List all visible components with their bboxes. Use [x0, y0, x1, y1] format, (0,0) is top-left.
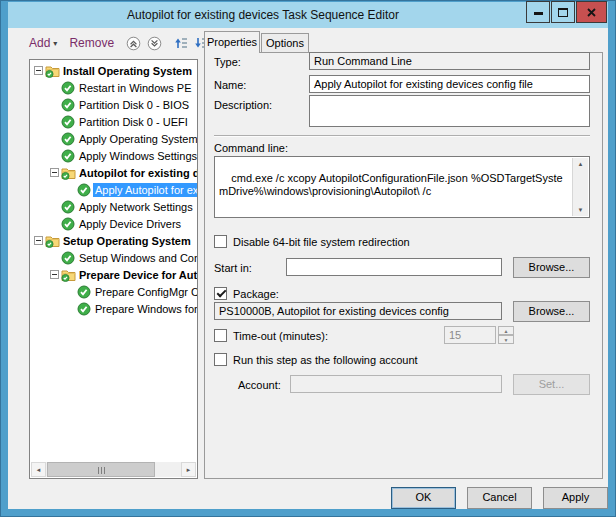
add-button-label: Add [29, 36, 50, 50]
task-sequence-tree: Install Operating System Restart in Wind… [29, 59, 198, 479]
set-account-button[interactable]: Set... [513, 374, 590, 395]
command-line-input[interactable]: cmd.exe /c xcopy AutopilotConfigurationF… [214, 156, 590, 218]
tree-horizontal-scrollbar[interactable]: ◄ ► [31, 462, 196, 477]
disable-redirection-label[interactable]: Disable 64-bit file system redirection [233, 236, 410, 248]
tree-item[interactable]: Restart in Windows PE [30, 79, 197, 96]
chevron-up-circle-icon [126, 36, 141, 51]
scrollbar-thumb[interactable] [47, 462, 155, 477]
tree-item-label: Apply Operating System [77, 132, 197, 146]
tree-item[interactable]: Partition Disk 0 - UEFI [30, 113, 197, 130]
move-down-button[interactable] [147, 36, 162, 51]
apply-button[interactable]: Apply [543, 487, 608, 509]
tree-item[interactable]: Apply Windows Settings [30, 147, 197, 164]
step-check-icon [61, 199, 77, 214]
tree-item[interactable]: Apply Device Drivers [30, 215, 197, 232]
tree-item[interactable]: Setup Operating System [30, 232, 197, 249]
footer: OK Cancel Apply [1, 487, 615, 509]
name-input[interactable]: Apply Autopilot for existing devices con… [309, 75, 590, 93]
task-sequence-editor-window: Autopilot for existing devices Task Sequ… [0, 0, 616, 517]
timeout-label[interactable]: Time-out (minutes): [233, 330, 328, 342]
move-up-button[interactable] [126, 36, 141, 51]
cancel-button[interactable]: Cancel [467, 487, 532, 509]
add-button[interactable]: Add ▾ [29, 36, 57, 50]
tree-item-label: Apply Autopilot for existing devices con… [93, 183, 197, 197]
group-folder-icon [61, 165, 77, 180]
section-divider [214, 135, 590, 137]
spin-up-icon[interactable]: ▲ [498, 326, 514, 335]
close-button[interactable] [576, 1, 607, 23]
step-check-icon [61, 80, 77, 95]
tree-item-label: Partition Disk 0 - BIOS [77, 98, 197, 112]
group-folder-icon [45, 233, 61, 248]
description-input[interactable] [309, 95, 590, 127]
tree-item[interactable]: Partition Disk 0 - BIOS [30, 96, 197, 113]
promote-item-button[interactable] [174, 36, 188, 50]
step-check-icon [61, 97, 77, 112]
package-checkbox[interactable] [214, 287, 227, 300]
minimize-button[interactable] [526, 1, 550, 23]
tree-item[interactable]: Apply Autopilot for existing devices con… [30, 181, 197, 198]
ok-button[interactable]: OK [391, 487, 456, 509]
package-label[interactable]: Package: [233, 288, 279, 300]
start-in-input[interactable] [286, 258, 502, 276]
command-line-text: cmd.exe /c xcopy AutopilotConfigurationF… [219, 172, 563, 197]
scroll-down-icon[interactable]: ▼ [573, 204, 588, 216]
remove-button-label: Remove [69, 36, 114, 50]
tree-item[interactable]: Prepare Device for Autopilot [30, 266, 197, 283]
tree-item[interactable]: Prepare ConfigMgr Client for Capture [30, 283, 197, 300]
package-field: PS10000B, Autopilot for existing devices… [214, 302, 502, 320]
tree-expander-icon[interactable] [34, 236, 43, 245]
account-label: Account: [238, 379, 281, 391]
tree-item[interactable]: Apply Network Settings [30, 198, 197, 215]
tree-item-label: Apply Device Drivers [77, 217, 197, 231]
run-as-label[interactable]: Run this step as the following account [233, 354, 418, 366]
start-in-label: Start in: [214, 262, 252, 274]
step-check-icon [77, 284, 93, 299]
tree-item-label: Prepare ConfigMgr Client for Capture [93, 285, 197, 299]
description-label: Description: [214, 99, 272, 111]
maximize-button[interactable] [551, 1, 575, 23]
timeout-spinner: ▲ ▼ [498, 326, 514, 344]
step-check-icon [61, 216, 77, 231]
scroll-up-icon[interactable]: ▲ [573, 158, 588, 170]
disable-redirection-checkbox[interactable] [214, 235, 227, 248]
tree-item-label: Setup Windows and Configuration [77, 251, 197, 265]
chevron-down-icon: ▾ [53, 39, 57, 48]
tree-item-label: Partition Disk 0 - UEFI [77, 115, 197, 129]
step-check-icon [61, 131, 77, 146]
scroll-right-icon[interactable]: ► [181, 462, 196, 477]
package-browse-button[interactable]: Browse... [513, 301, 590, 322]
tree-items: Install Operating System Restart in Wind… [30, 62, 197, 461]
tab-properties[interactable]: Properties [204, 31, 260, 53]
step-check-icon [61, 250, 77, 265]
titlebar: Autopilot for existing devices Task Sequ… [8, 2, 608, 28]
name-label: Name: [214, 79, 246, 91]
tree-item[interactable]: Setup Windows and Configuration [30, 249, 197, 266]
tree-expander-icon[interactable] [50, 270, 59, 279]
tree-item-label: Apply Network Settings [77, 200, 197, 214]
type-label: Type: [214, 56, 241, 68]
tree-item[interactable]: Install Operating System [30, 62, 197, 79]
remove-button[interactable]: Remove [69, 36, 114, 50]
tree-item[interactable]: Prepare Windows for Capture [30, 300, 197, 317]
spin-down-icon[interactable]: ▼ [498, 335, 514, 344]
timeout-input: 15 [444, 326, 496, 344]
timeout-checkbox[interactable] [214, 329, 227, 342]
tree-item[interactable]: Autopilot for existing devices [30, 164, 197, 181]
tree-item-label: Restart in Windows PE [77, 81, 197, 95]
step-check-icon [77, 301, 93, 316]
group-folder-icon [45, 63, 61, 78]
tab-options[interactable]: Options [261, 33, 309, 53]
tree-item-label: Apply Windows Settings [77, 149, 197, 163]
step-check-icon [61, 114, 77, 129]
account-field [290, 375, 502, 393]
start-in-browse-button[interactable]: Browse... [513, 257, 590, 278]
scroll-left-icon[interactable]: ◄ [31, 462, 46, 477]
tree-item-label: Setup Operating System [61, 234, 197, 248]
tree-expander-icon[interactable] [34, 66, 43, 75]
type-field: Run Command Line [309, 52, 590, 70]
tree-item[interactable]: Apply Operating System [30, 130, 197, 147]
command-line-scrollbar[interactable]: ▲ ▼ [572, 158, 588, 216]
run-as-checkbox[interactable] [214, 353, 227, 366]
tree-expander-icon[interactable] [50, 168, 59, 177]
